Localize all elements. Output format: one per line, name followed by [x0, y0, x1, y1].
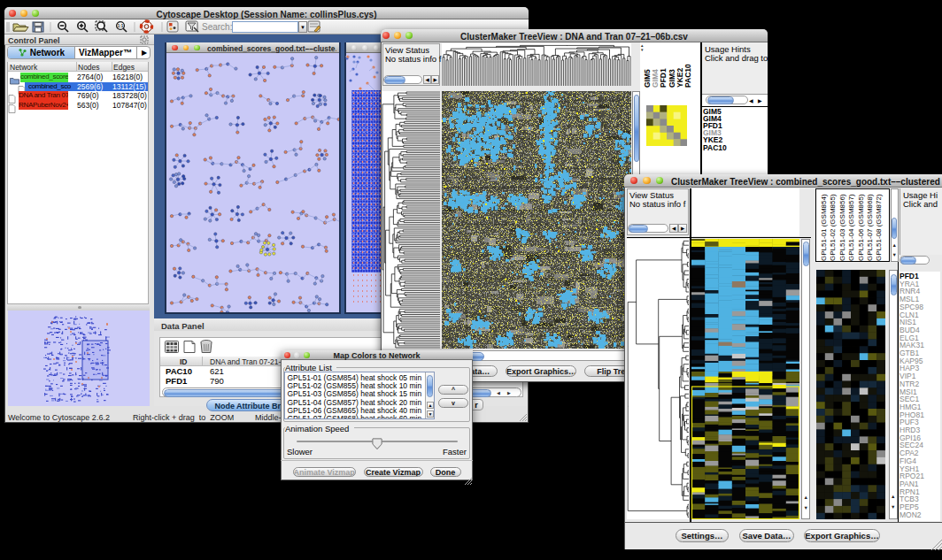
svg-text:GPL51-07 (GSM868): GPL51-07 (GSM868) [866, 194, 874, 261]
svg-text:GPL51-01 (GSM854): GPL51-01 (GSM854) [820, 194, 828, 261]
svg-text:PAC10: PAC10 [683, 64, 692, 88]
svg-text:GPL51-08 (GSM872): GPL51-08 (GSM872) [875, 194, 883, 261]
svg-text:GPL51-03 (GSM856): GPL51-03 (GSM856) [838, 194, 846, 261]
svg-text:GPL51-02 (GSM855): GPL51-02 (GSM855) [829, 194, 837, 261]
svg-text:GPL51-04 (GSM857): GPL51-04 (GSM857) [847, 194, 855, 261]
svg-text:1:1: 1:1 [118, 24, 124, 28]
svg-text:GPL51-06 (GSM865): GPL51-06 (GSM865) [857, 194, 865, 261]
